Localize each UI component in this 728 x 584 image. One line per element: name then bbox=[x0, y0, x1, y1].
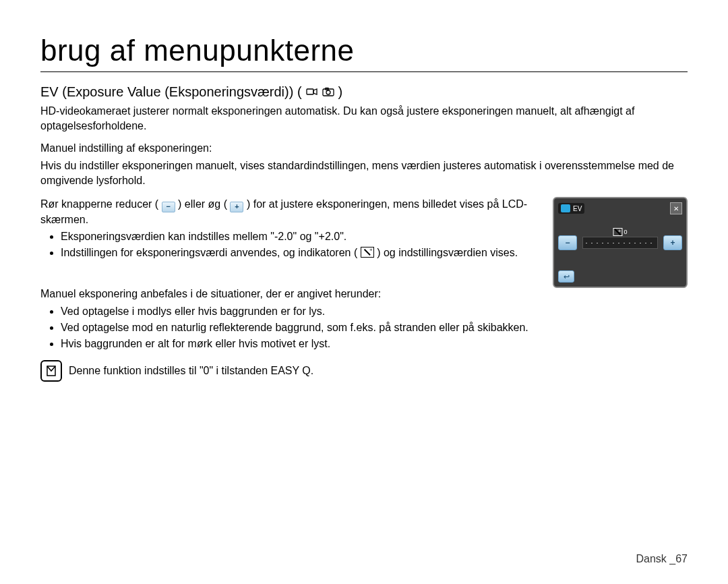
video-mode-icon bbox=[306, 84, 318, 100]
lcd-video-icon bbox=[561, 204, 570, 212]
note: Denne funktion indstilles til "0" i tils… bbox=[40, 360, 688, 382]
lcd-ev-label: EV bbox=[558, 203, 584, 214]
lcd-ev-value-text: 0 bbox=[624, 229, 627, 235]
note-icon bbox=[40, 360, 62, 382]
section-heading-end: ) bbox=[338, 84, 343, 100]
manual-bullet-2: Indstillingen for eksponeringsværdi anve… bbox=[61, 245, 539, 260]
manual-bullets: Eksponeringsværdien kan indstilles melle… bbox=[40, 229, 539, 260]
page-footer: Dansk _67 bbox=[636, 553, 688, 565]
manual-bullet-1: Eksponeringsværdien kan indstilles melle… bbox=[61, 229, 539, 244]
manual-p2b: ) eller øg ( bbox=[178, 198, 227, 210]
lcd-plus-button[interactable]: + bbox=[663, 235, 682, 250]
manual-heading: Manuel indstilling af eksponeringen: bbox=[40, 142, 688, 154]
manual-p2: Rør knapperne reducer ( − ) eller øg ( +… bbox=[40, 197, 539, 227]
footer-page-number: 67 bbox=[675, 553, 688, 564]
manual-b2a: Indstillingen for eksponeringsværdi anve… bbox=[61, 247, 357, 258]
manual-b2b: ) og indstillingsværdien vises. bbox=[377, 247, 518, 258]
page-title: brug af menupunkterne bbox=[40, 34, 688, 72]
footer-lang: Dansk _ bbox=[636, 553, 676, 564]
lcd-close-button[interactable]: ✕ bbox=[670, 202, 682, 214]
minus-button-icon: − bbox=[162, 202, 175, 212]
lcd-minus-button[interactable]: − bbox=[558, 235, 577, 250]
note-text: Denne funktion indstilles til "0" i tils… bbox=[69, 365, 313, 377]
situation-3: Hvis baggrunden er alt for mørk eller hv… bbox=[61, 337, 688, 351]
photo-mode-icon bbox=[322, 84, 334, 100]
situations-heading: Manuel eksponering anbefales i de situat… bbox=[40, 288, 688, 300]
section-intro: HD-videokameraet justerer normalt ekspon… bbox=[40, 104, 688, 133]
lcd-ev-value-icon bbox=[613, 228, 622, 236]
ev-indicator-icon bbox=[361, 247, 374, 258]
svg-rect-0 bbox=[307, 89, 313, 94]
lcd-ev-text: EV bbox=[573, 205, 582, 212]
plus-button-icon: + bbox=[230, 202, 243, 212]
situation-2: Ved optagelse mod en naturlig reflektere… bbox=[61, 320, 688, 335]
lcd-back-button[interactable]: ↩ bbox=[558, 270, 574, 283]
lcd-preview: EV ✕ − 0 + ↩ bbox=[553, 197, 688, 288]
situations-bullets: Ved optagelse i modlys eller hvis baggru… bbox=[40, 304, 688, 351]
manual-p1: Hvis du indstiller eksponeringen manuelt… bbox=[40, 158, 688, 187]
section-heading-text: EV (Exposure Value (Eksponeringsværdi)) … bbox=[40, 84, 302, 100]
section-heading: EV (Exposure Value (Eksponeringsværdi)) … bbox=[40, 84, 688, 100]
situation-1: Ved optagelse i modlys eller hvis baggru… bbox=[61, 304, 688, 319]
manual-p2a: Rør knapperne reducer ( bbox=[40, 198, 158, 210]
manual-page: brug af menupunkterne EV (Exposure Value… bbox=[0, 0, 728, 584]
lcd-ev-scale: 0 bbox=[582, 237, 658, 249]
lcd-ev-value: 0 bbox=[613, 228, 627, 236]
svg-point-2 bbox=[326, 90, 330, 94]
